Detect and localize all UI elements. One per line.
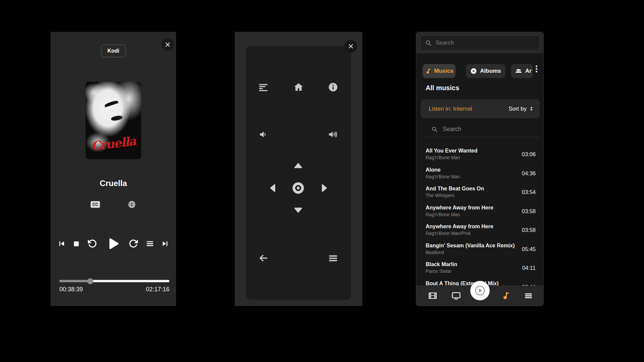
- kebab-dot: [536, 65, 537, 67]
- dpad-left-button[interactable]: [270, 184, 276, 192]
- list-item[interactable]: Anywhere Away from Here Rag'n'Bone Man 0…: [416, 202, 543, 222]
- home-icon: [293, 81, 304, 93]
- tab-albums-label: Albums: [480, 68, 501, 74]
- seek-bar-thumb[interactable]: [87, 278, 93, 284]
- song-duration: 04:36: [522, 167, 536, 184]
- music-note-icon: [425, 68, 431, 74]
- kodi-host-chip[interactable]: Kodi: [101, 45, 126, 57]
- library-header: [416, 32, 543, 53]
- dpad-select-button[interactable]: [292, 182, 304, 194]
- song-artist: Rag'n'Bone Man: [426, 155, 477, 160]
- sort-arrows-icon: [529, 106, 534, 112]
- playlist-queue-button[interactable]: [146, 239, 154, 248]
- list-item[interactable]: All You Ever Wanted Rag'n'Bone Man 03:06: [416, 145, 543, 165]
- play-button[interactable]: [104, 235, 121, 252]
- song-artist: Rag'n'Bone Man: [426, 174, 460, 179]
- fast-forward-button[interactable]: [128, 239, 139, 249]
- nav-music-button[interactable]: [498, 286, 513, 306]
- close-icon: [165, 42, 171, 48]
- dpad-up-button[interactable]: [294, 163, 303, 169]
- disc-icon: [470, 68, 477, 74]
- desktop-background: Kodi Cruella Cruella CC: [0, 0, 644, 362]
- song-title: Alone: [426, 167, 460, 173]
- song-duration: 03:54: [522, 186, 536, 202]
- music-library-panel: Musics Albums Ar All musics Listen in:: [416, 32, 544, 306]
- home-button[interactable]: [291, 80, 306, 95]
- song-duration: 03:58: [522, 205, 536, 222]
- song-artist: Rag'n'Bone Man: [426, 212, 493, 217]
- tab-artists-label: Ar: [525, 68, 532, 74]
- list-filter-field[interactable]: Search: [431, 123, 537, 135]
- volume-up-button[interactable]: [326, 127, 340, 142]
- context-menu-button[interactable]: [256, 80, 271, 95]
- list-item[interactable]: Anywhere Away from Here Rag'n'Bone Man/P…: [416, 221, 543, 240]
- list-item[interactable]: And The Beat Goes On The Whispers 03:54: [416, 183, 543, 202]
- listen-in-selector[interactable]: Listen in: Internal: [429, 106, 472, 112]
- close-remote-button[interactable]: [344, 40, 357, 53]
- menu-lines-icon: [258, 82, 268, 92]
- nav-more-button[interactable]: [521, 286, 536, 306]
- list-item[interactable]: Bangin' Sesam (Vanilla Ace Remix) Beatki…: [416, 240, 543, 259]
- song-duration: 05:45: [522, 243, 536, 259]
- song-artist: Rag'n'Bone Man/P!nk: [426, 231, 493, 236]
- tv-icon: [451, 291, 461, 301]
- seek-bar-progress: [59, 280, 90, 282]
- volume-up-icon: [328, 129, 338, 140]
- song-artist: The Whispers: [426, 193, 484, 198]
- stop-button[interactable]: [72, 240, 80, 248]
- back-arrow-icon: [258, 253, 268, 263]
- song-artist: Beatkind: [426, 250, 515, 255]
- search-icon: [431, 126, 438, 132]
- tab-musics-label: Musics: [434, 68, 453, 74]
- skip-previous-button[interactable]: [57, 240, 65, 248]
- song-duration: 04:11: [522, 261, 536, 278]
- song-artist: Parov Stelar: [426, 268, 457, 274]
- seek-bar[interactable]: [59, 280, 169, 282]
- list-item[interactable]: Alone Rag'n'Bone Man 04:36: [416, 165, 543, 184]
- film-icon: [428, 291, 438, 301]
- list-item[interactable]: Black Marlin Parov Stelar 04:11: [416, 259, 543, 278]
- tab-albums[interactable]: Albums: [466, 64, 505, 78]
- dpad-right-button[interactable]: [321, 184, 327, 192]
- song-title: Black Marlin: [426, 261, 457, 267]
- subtitles-cc-button[interactable]: CC: [91, 201, 100, 208]
- tab-artists[interactable]: Ar: [511, 64, 533, 78]
- song-title: All You Ever Wanted: [426, 148, 477, 154]
- close-icon: [348, 43, 354, 49]
- nav-tv-button[interactable]: [449, 286, 464, 306]
- filter-placeholder: Search: [443, 126, 461, 133]
- info-button[interactable]: [326, 80, 340, 95]
- divider: [421, 137, 540, 137]
- remote-panel: [235, 32, 362, 306]
- global-search-field[interactable]: [420, 35, 540, 51]
- globe-icon: [127, 200, 136, 209]
- close-player-button[interactable]: [161, 38, 174, 51]
- search-input[interactable]: [436, 40, 535, 46]
- now-playing-fab[interactable]: [470, 281, 490, 300]
- song-title: Anywhere Away from Here: [426, 205, 493, 211]
- overflow-menu-button[interactable]: [534, 65, 538, 72]
- rewind-button[interactable]: [87, 239, 97, 249]
- movie-poster: Cruella: [86, 82, 141, 159]
- hamburger-icon: [328, 253, 338, 263]
- now-playing-panel: Kodi Cruella Cruella CC: [51, 32, 176, 306]
- nav-movies-button[interactable]: [425, 286, 440, 306]
- playback-controls: [57, 234, 169, 253]
- poster-title-text: Cruella: [86, 133, 141, 154]
- library-tabs: Musics Albums Ar: [416, 64, 543, 78]
- info-icon: [328, 82, 338, 93]
- tab-musics[interactable]: Musics: [423, 64, 455, 78]
- audio-language-globe-button[interactable]: [127, 200, 136, 209]
- back-button[interactable]: [256, 251, 271, 265]
- media-title: Cruella: [51, 179, 176, 188]
- volume-down-button[interactable]: [256, 127, 271, 142]
- song-title: And The Beat Goes On: [426, 186, 484, 192]
- sort-by-button[interactable]: Sort by: [508, 106, 534, 112]
- remote-menu-button[interactable]: [326, 251, 340, 265]
- sort-by-label: Sort by: [508, 106, 527, 112]
- song-title: Anywhere Away from Here: [426, 224, 493, 230]
- skip-next-button[interactable]: [161, 240, 169, 248]
- people-icon: [515, 67, 522, 75]
- dpad-down-button[interactable]: [294, 207, 303, 213]
- search-icon: [425, 40, 432, 46]
